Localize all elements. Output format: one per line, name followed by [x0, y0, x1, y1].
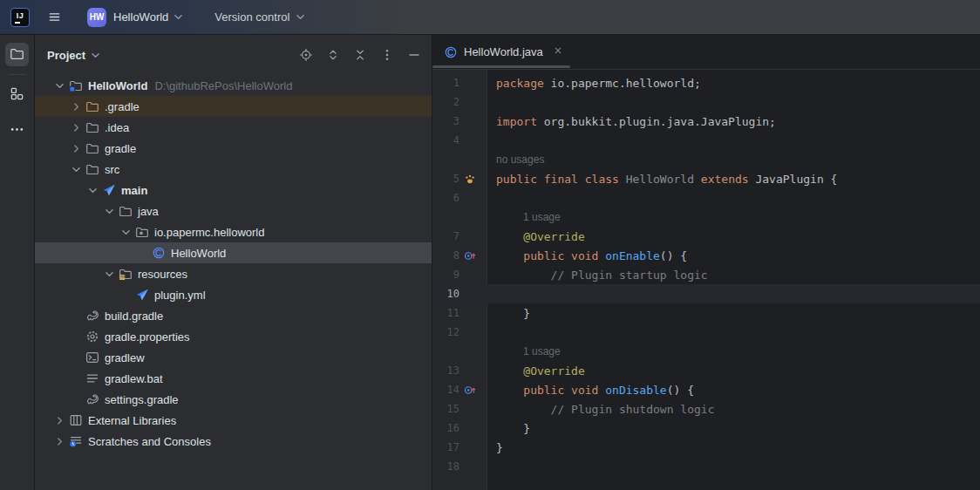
code-line-6[interactable]: 6 [432, 188, 980, 208]
chevron-right-icon[interactable] [68, 99, 85, 113]
code-line-14[interactable]: 14 public void onDisable() { [432, 380, 980, 399]
tree-item-gradle[interactable]: gradle [35, 138, 432, 159]
tab-scrollbar-thumb[interactable] [432, 65, 570, 68]
code-line-text: public void onDisable() { [487, 384, 694, 397]
project-tree: HelloWorldD:\githubRePos\HelloWorld.grad… [35, 75, 432, 490]
code-token: onDisable [605, 384, 666, 397]
chevron-down-icon[interactable] [89, 49, 102, 62]
tree-item-gradlew[interactable]: gradlew [35, 347, 432, 368]
line-number: 5 [432, 173, 459, 185]
code-token: () { [660, 249, 687, 262]
tree-item-helloworld[interactable]: HelloWorldD:\githubRePos\HelloWorld [35, 75, 432, 96]
code-line-12[interactable]: 12 [432, 323, 980, 342]
code-token: @Override [496, 230, 585, 243]
code-line-13[interactable]: 13 @Override [432, 361, 980, 380]
tree-item-resources[interactable]: resources [35, 263, 432, 284]
chevron-spacer [68, 392, 85, 406]
more-icon [10, 122, 24, 140]
code-line-5[interactable]: 5public final class HelloWorld extends J… [432, 169, 980, 188]
inlay-hint-row[interactable]: 1 usage [432, 342, 980, 361]
close-tab-icon[interactable] [551, 45, 565, 59]
tree-item-label: plugin.yml [154, 289, 206, 302]
line-number: 12 [432, 326, 459, 338]
tree-item-gradlew-bat[interactable]: gradlew.bat [35, 368, 432, 389]
tree-item-build-gradle[interactable]: build.gradle [35, 305, 432, 326]
code-token: } [496, 307, 530, 320]
editor-tab-helloworld-java[interactable]: HelloWorld.java [432, 37, 574, 68]
intellij-logo-underscore [15, 22, 20, 24]
select-opened-file-icon[interactable] [299, 48, 313, 62]
code-line-17[interactable]: 17} [432, 438, 980, 457]
tree-item-io-papermc-helloworld[interactable]: io.papermc.helloworld [35, 221, 432, 242]
line-number: 6 [432, 192, 459, 204]
hide-panel-icon[interactable] [407, 48, 421, 62]
chevron-down-icon[interactable] [68, 162, 85, 176]
tree-item-plugin-yml[interactable]: plugin.yml [35, 284, 432, 305]
chevron-down-icon[interactable] [85, 183, 101, 197]
overrides-method-gutter-icon[interactable] [459, 250, 487, 262]
plugin-class-gutter-icon[interactable] [459, 174, 487, 185]
tree-item-settings-gradle[interactable]: settings.gradle [35, 389, 432, 410]
project-avatar: HW [87, 8, 106, 27]
usages-inlay-hint[interactable]: no usages [487, 153, 544, 166]
tree-item-java[interactable]: java [35, 201, 432, 221]
usages-inlay-hint[interactable]: 1 usage [514, 345, 561, 357]
project-widget[interactable]: HW HelloWorld [82, 5, 190, 30]
collapse-all-icon[interactable] [353, 48, 367, 62]
main-menu-button[interactable] [42, 5, 66, 30]
chevron-right-icon[interactable] [68, 141, 85, 155]
tree-item-scratches-and-consoles[interactable]: Scratches and Consoles [35, 431, 432, 452]
more-tool-windows-button[interactable] [5, 119, 29, 142]
code-line-9[interactable]: 9 // Plugin startup logic [432, 265, 980, 284]
code-line-4[interactable]: 4 [432, 131, 980, 150]
chevron-right-icon[interactable] [51, 413, 68, 427]
code-editor[interactable]: 1package io.papermc.helloworld;23import … [432, 70, 980, 490]
code-line-3[interactable]: 3import org.bukkit.plugin.java.JavaPlugi… [432, 112, 980, 131]
chevron-right-icon[interactable] [68, 120, 85, 134]
intellij-logo[interactable]: IJ [10, 8, 30, 27]
code-line-18[interactable]: 18 [432, 457, 980, 476]
vcs-widget[interactable]: Version control [209, 8, 312, 26]
structure-tool-window-button[interactable] [5, 83, 29, 106]
line-number: 3 [432, 115, 459, 127]
code-line-text: package io.papermc.helloworld; [487, 77, 701, 90]
chevron-down-icon [294, 10, 307, 24]
code-token: () { [667, 384, 694, 397]
expand-all-icon[interactable] [326, 48, 340, 62]
tree-item-external-libraries[interactable]: External Libraries [35, 410, 432, 431]
project-panel-title[interactable]: Project [47, 49, 85, 62]
tree-item-label: src [105, 163, 119, 176]
chevron-down-icon[interactable] [101, 204, 118, 218]
tree-item-gradle[interactable]: .gradle [35, 96, 432, 117]
code-token: extends [701, 173, 749, 186]
tree-item-src[interactable]: src [35, 159, 432, 180]
tree-item-label: gradlew.bat [105, 372, 163, 385]
code-line-16[interactable]: 16 } [432, 419, 980, 438]
tree-item-label: io.papermc.helloworld [154, 226, 264, 239]
vcs-widget-label: Version control [214, 10, 289, 24]
chevron-right-icon[interactable] [51, 434, 68, 448]
inlay-hint-row[interactable]: no usages [432, 150, 980, 169]
code-token: // Plugin startup logic [496, 269, 708, 282]
chevron-down-icon[interactable] [118, 225, 134, 239]
options-kebab-icon[interactable] [380, 48, 394, 62]
code-line-15[interactable]: 15 // Plugin shutdown logic [432, 399, 980, 419]
project-tool-window-button[interactable] [5, 43, 29, 66]
tree-item-idea[interactable]: .idea [35, 117, 432, 138]
overrides-method-gutter-icon[interactable] [459, 385, 487, 396]
code-line-11[interactable]: 11 } [432, 303, 980, 323]
code-line-10[interactable]: 10 [432, 284, 980, 303]
chevron-down-icon[interactable] [101, 267, 118, 281]
inlay-hint-row[interactable]: 1 usage [432, 208, 980, 227]
tree-item-helloworld[interactable]: HelloWorld [35, 242, 432, 263]
tree-item-main[interactable]: main [35, 180, 432, 201]
code-line-1[interactable]: 1package io.papermc.helloworld; [432, 73, 980, 92]
tree-item-gradle-properties[interactable]: gradle.properties [35, 326, 432, 347]
code-token: onEnable [605, 249, 660, 262]
code-line-text: @Override [487, 364, 585, 378]
chevron-down-icon[interactable] [51, 78, 68, 92]
code-line-8[interactable]: 8 public void onEnable() { [432, 246, 980, 265]
code-line-7[interactable]: 7 @Override [432, 227, 980, 246]
code-line-2[interactable]: 2 [432, 92, 980, 112]
usages-inlay-hint[interactable]: 1 usage [514, 211, 561, 223]
